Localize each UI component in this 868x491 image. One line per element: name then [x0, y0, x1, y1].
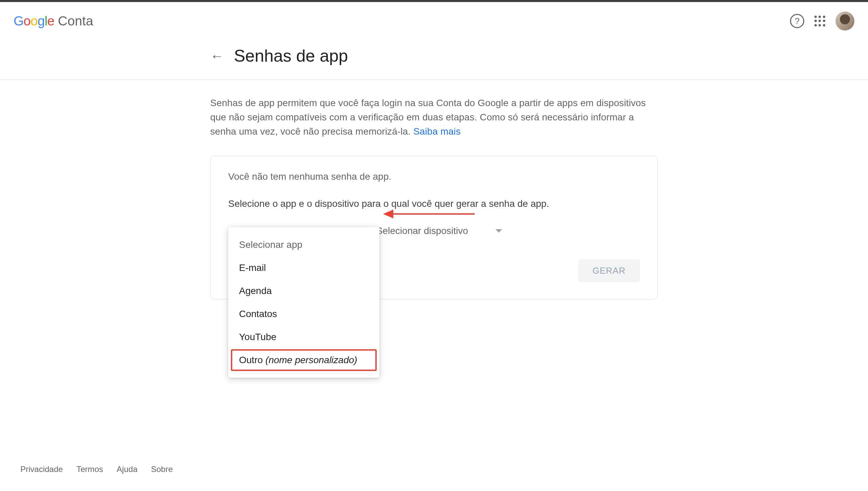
arrow-line — [393, 213, 475, 215]
help-icon[interactable]: ? — [790, 14, 804, 28]
footer-terms-link[interactable]: Termos — [76, 465, 103, 474]
dropdown-header: Selecionar app — [228, 233, 379, 256]
header-actions: ? — [790, 12, 854, 31]
footer: Privacidade Termos Ajuda Sobre — [20, 465, 173, 474]
dropdown-option-email[interactable]: E-mail — [228, 256, 379, 279]
dropdown-option-contacts[interactable]: Contatos — [228, 302, 379, 326]
dropdown-option-other[interactable]: Outro (nome personalizado) — [228, 349, 379, 372]
dropdown-option-youtube[interactable]: YouTube — [228, 326, 379, 349]
logo-section[interactable]: Google Conta — [14, 14, 93, 28]
header: Google Conta ? — [0, 2, 868, 40]
avatar[interactable] — [835, 12, 854, 31]
apps-menu-icon[interactable] — [814, 16, 825, 26]
footer-help-link[interactable]: Ajuda — [117, 465, 137, 474]
select-device-dropdown[interactable]: Selecionar dispositivo — [376, 225, 502, 236]
back-arrow-icon[interactable]: ← — [210, 48, 224, 64]
arrow-annotation — [383, 210, 475, 218]
footer-privacy-link[interactable]: Privacidade — [20, 465, 63, 474]
account-label: Conta — [58, 14, 93, 28]
footer-about-link[interactable]: Sobre — [151, 465, 173, 474]
google-logo: Google — [14, 14, 54, 28]
dropdown-option-calendar[interactable]: Agenda — [228, 279, 379, 302]
page-description: Senhas de app permitem que você faça log… — [210, 96, 658, 139]
app-dropdown-menu: Selecionar app E-mail Agenda Contatos Yo… — [228, 227, 379, 378]
page-title: Senhas de app — [234, 46, 348, 66]
generate-button[interactable]: GERAR — [578, 259, 640, 282]
page-title-section: ← Senhas de app — [210, 40, 658, 79]
arrow-head-icon — [383, 210, 393, 218]
other-hint: (nome personalizado) — [265, 355, 357, 365]
no-passwords-text: Você não tem nenhuma senha de app. — [228, 171, 640, 182]
app-passwords-card: Você não tem nenhuma senha de app. Selec… — [210, 156, 658, 299]
other-label: Outro — [239, 355, 265, 365]
main-content: Senhas de app permitem que você faça log… — [210, 80, 658, 299]
learn-more-link[interactable]: Saiba mais — [413, 126, 461, 137]
chevron-down-icon — [495, 229, 502, 233]
select-instruction: Selecione o app e o dispositivo para o q… — [228, 198, 640, 209]
select-device-label: Selecionar dispositivo — [376, 225, 468, 236]
